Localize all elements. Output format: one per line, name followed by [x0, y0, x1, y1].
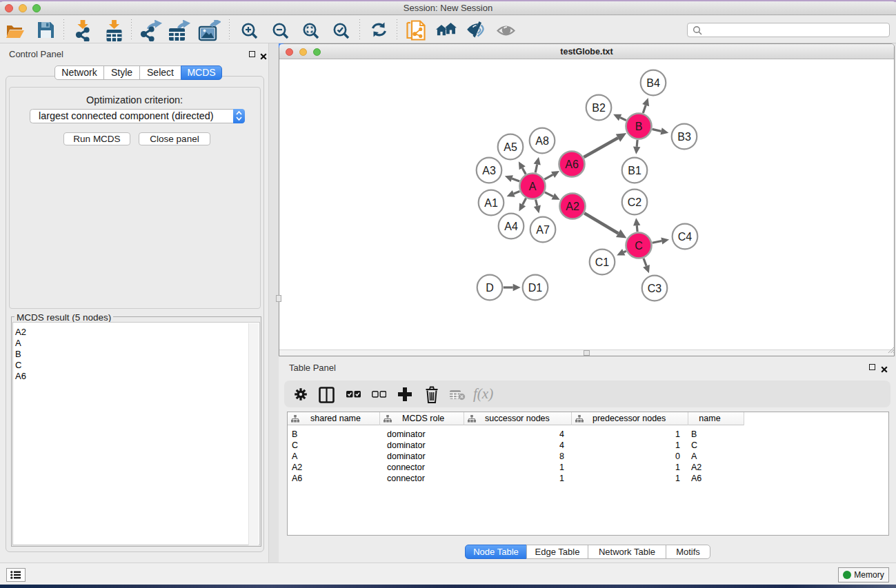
svg-text:C4: C4 — [678, 231, 693, 243]
svg-text:C3: C3 — [648, 283, 662, 294]
svg-text:B4: B4 — [646, 77, 660, 89]
svg-text:A2: A2 — [566, 201, 579, 212]
svg-text:B3: B3 — [677, 131, 691, 143]
svg-text:C2: C2 — [628, 196, 642, 208]
svg-text:B2: B2 — [592, 102, 606, 114]
svg-text:A1: A1 — [484, 197, 498, 209]
svg-text:A: A — [529, 181, 537, 192]
svg-text:C: C — [635, 240, 643, 252]
svg-text:A5: A5 — [504, 141, 517, 153]
svg-text:B1: B1 — [628, 165, 641, 176]
svg-text:B: B — [635, 121, 643, 132]
svg-text:A6: A6 — [565, 159, 579, 170]
svg-text:A8: A8 — [535, 135, 549, 147]
svg-text:C1: C1 — [595, 256, 610, 268]
svg-text:D1: D1 — [528, 282, 543, 294]
svg-text:A4: A4 — [504, 221, 518, 232]
svg-text:A7: A7 — [536, 224, 550, 236]
svg-text:A3: A3 — [482, 165, 496, 176]
svg-text:D: D — [486, 282, 494, 294]
